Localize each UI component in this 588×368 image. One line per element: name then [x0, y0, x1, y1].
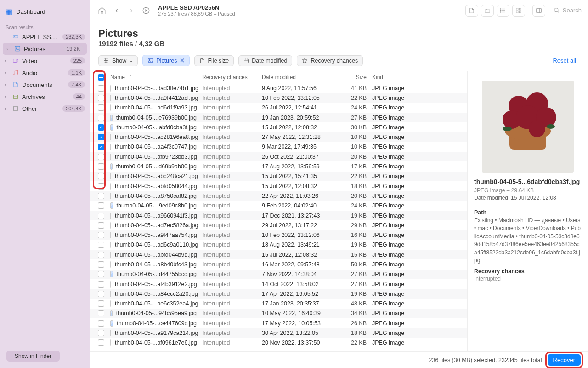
sidebar-item-apple-ssd-ap-[interactable]: APPLE SSD AP... 232,3K: [0, 31, 90, 43]
row-checkbox[interactable]: [98, 183, 104, 190]
kind-cell: JPEG image: [369, 320, 467, 327]
table-row[interactable]: thumb0-04-05-...e76939b00.jpg Interrupte…: [90, 113, 467, 122]
show-in-finder-button[interactable]: Show in Finder: [6, 351, 60, 362]
table-row[interactable]: thumb0-04-05-...ce447609c.jpg Interrupte…: [90, 318, 467, 328]
sidebar-item-audio[interactable]: › Audio 1,1K: [0, 67, 90, 79]
row-checkbox[interactable]: [98, 339, 104, 346]
table-row[interactable]: thumb0-04-05-...9ed09c8b0.jpg Interrupte…: [90, 201, 467, 211]
file-name: thumb0-04-05-...9ed09c8b0.jpg: [117, 202, 197, 209]
kind-cell: JPEG image: [369, 300, 467, 307]
file-icon: [110, 339, 111, 346]
table-row[interactable]: ✓ thumb0-04-05-...abfd0cba3f.jpg Interru…: [90, 122, 467, 132]
table-row[interactable]: thumb0-04-05-...abfd058044.jpg Interrupt…: [90, 181, 467, 191]
show-filter[interactable]: Show ⌄: [98, 55, 138, 66]
row-checkbox[interactable]: ✓: [98, 144, 104, 150]
row-checkbox[interactable]: [98, 281, 104, 288]
row-checkbox[interactable]: ✓: [98, 124, 104, 131]
row-checkbox[interactable]: [98, 330, 104, 336]
table-row[interactable]: thumb0-04-05-...ad6d1f9a93.jpg Interrupt…: [90, 103, 467, 113]
table-row[interactable]: thumb0-04-05-...a8750caf82.jpg Interrupt…: [90, 191, 467, 201]
row-checkbox[interactable]: [98, 163, 104, 170]
datemod-filter[interactable]: Date modified: [238, 55, 292, 66]
view-folder-icon[interactable]: [481, 5, 494, 17]
col-date[interactable]: Date modified: [259, 74, 328, 80]
row-checkbox[interactable]: [98, 320, 104, 327]
recovery-filter[interactable]: Recovery chances: [297, 55, 363, 66]
col-recovery[interactable]: Recovery chances: [199, 74, 259, 80]
sidebar-item-pictures[interactable]: › Pictures 19,2K: [3, 43, 87, 55]
file-name: thumb0-04-05-...afb9723bb3.jpg: [115, 154, 197, 160]
col-name[interactable]: Name⌃: [107, 74, 199, 80]
table-row[interactable]: thumb0-04-05-...ae6c352ea4.jpg Interrupt…: [90, 299, 467, 309]
search-input[interactable]: Search: [554, 7, 582, 14]
status-text: 236 files (30 MB) selected, 232345 files…: [429, 357, 542, 363]
recovery-cell: Interrupted: [199, 124, 259, 131]
filesize-filter[interactable]: File size: [194, 55, 234, 66]
table-row[interactable]: thumb0-04-05-...abfd044b9d.jpg Interrupt…: [90, 250, 467, 259]
table-row[interactable]: thumb0-04-05-...abc248ca21.jpg Interrupt…: [90, 172, 467, 181]
play-icon[interactable]: [141, 5, 152, 16]
row-checkbox[interactable]: [98, 193, 104, 199]
sidebar-dashboard[interactable]: ▦ Dashboard: [6, 7, 45, 16]
row-checkbox[interactable]: [98, 202, 104, 209]
col-size[interactable]: Size: [328, 74, 369, 80]
svg-point-45: [503, 126, 512, 131]
view-grid-icon[interactable]: [512, 5, 525, 17]
row-checkbox[interactable]: [98, 232, 104, 238]
table-row[interactable]: thumb0-04-05-...da9f4412acf.jpg Interrup…: [90, 93, 467, 103]
row-checkbox[interactable]: [98, 104, 104, 111]
table-row[interactable]: thumb0-04-05-...ad7ec5826a.jpg Interrupt…: [90, 220, 467, 230]
close-icon[interactable]: ✕: [180, 57, 185, 64]
search-icon: [554, 7, 560, 14]
kind-cell: JPEG image: [369, 124, 467, 131]
row-checkbox[interactable]: ✓: [98, 134, 104, 140]
sidebar-item-other[interactable]: › Other 204,4K: [0, 103, 90, 115]
table-row[interactable]: ✓ thumb0-04-05-...ac28196ea8.jpg Interru…: [90, 132, 467, 142]
row-checkbox[interactable]: [98, 300, 104, 307]
table-row[interactable]: thumb0-04-05-...af0961e7e6.jpg Interrupt…: [90, 338, 467, 348]
row-checkbox[interactable]: [98, 271, 104, 277]
view-panel-icon[interactable]: [532, 5, 545, 17]
table-row[interactable]: thumb0-04-05-...a9179ca214.jpg Interrupt…: [90, 328, 467, 338]
table-row[interactable]: thumb0-04-05-...afb9723bb3.jpg Interrupt…: [90, 152, 467, 161]
view-list-icon[interactable]: [497, 5, 509, 17]
recovery-cell: Interrupted: [199, 252, 259, 258]
table-row[interactable]: thumb0-04-05-...a9660941f3.jpg Interrupt…: [90, 211, 467, 220]
recovery-cell: Interrupted: [199, 115, 259, 121]
table-row[interactable]: thumb0-04-05-...a8b40bfc43.jpg Interrupt…: [90, 259, 467, 269]
row-checkbox[interactable]: [98, 242, 104, 248]
table-row[interactable]: thumb0-04-05-...d69b9ab00.jpg Interrupte…: [90, 161, 467, 171]
recover-button[interactable]: Recover: [548, 354, 581, 366]
row-checkbox[interactable]: [98, 213, 104, 219]
sidebar-item-documents[interactable]: › Documents 7,4K: [0, 79, 90, 91]
row-checkbox[interactable]: [98, 154, 104, 160]
kind-cell: JPEG image: [369, 222, 467, 229]
sidebar-item-video[interactable]: › Video 225: [0, 55, 90, 67]
row-checkbox[interactable]: [98, 85, 104, 92]
row-checkbox[interactable]: [98, 252, 104, 258]
row-checkbox[interactable]: [98, 95, 104, 101]
row-checkbox[interactable]: [98, 291, 104, 297]
table-row[interactable]: thumb0-04-05-...a9f47aa754.jpg Interrupt…: [90, 230, 467, 240]
recovery-cell: Interrupted: [199, 85, 259, 92]
col-kind[interactable]: Kind: [369, 74, 467, 80]
row-checkbox[interactable]: [98, 261, 104, 268]
view-file-icon[interactable]: [465, 5, 478, 17]
back-icon[interactable]: ‹: [111, 5, 122, 16]
sidebar-item-archives[interactable]: › Archives 44: [0, 91, 90, 103]
pictures-filter[interactable]: Pictures ✕: [142, 55, 190, 66]
home-icon[interactable]: [96, 5, 107, 16]
table-row[interactable]: thumb0-04-05-...94b595ea9.jpg Interrupte…: [90, 309, 467, 318]
reset-all-button[interactable]: Reset all: [553, 57, 576, 64]
row-checkbox[interactable]: [98, 173, 104, 179]
table-row[interactable]: thumb0-04-05-...a84ecc2a20.jpg Interrupt…: [90, 289, 467, 299]
table-row[interactable]: thumb0-04-05-...d44755bcd.jpg Interrupte…: [90, 270, 467, 279]
table-row[interactable]: ✓ thumb0-04-05-...aa4f3c0747.jpg Interru…: [90, 142, 467, 152]
table-row[interactable]: thumb0-04-05-...af4b3912e2.jpg Interrupt…: [90, 279, 467, 289]
row-checkbox[interactable]: [98, 310, 104, 316]
row-checkbox[interactable]: [98, 222, 104, 229]
select-all-checkbox[interactable]: [98, 74, 104, 80]
table-row[interactable]: thumb0-04-05-...dad3ffe74b1.jpg Interrup…: [90, 83, 467, 93]
row-checkbox[interactable]: [98, 115, 104, 121]
table-row[interactable]: thumb0-04-05-...ad6c9a0110.jpg Interrupt…: [90, 240, 467, 250]
